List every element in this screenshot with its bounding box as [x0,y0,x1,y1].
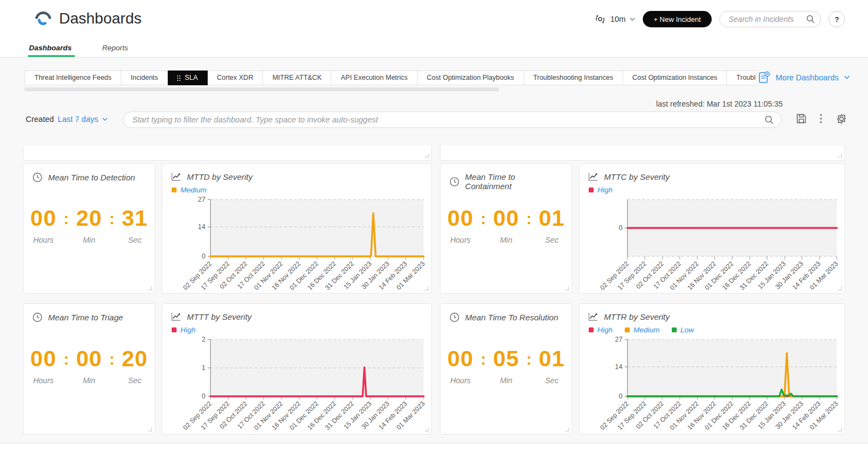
widget-resize-handle[interactable] [565,286,569,290]
legend-label: Low [681,326,694,334]
dashboard-tab-cost-optimization-instances[interactable]: Cost Optimization Instances [623,71,728,85]
timer-seconds-label: Sec [546,236,559,244]
search-icon[interactable] [765,115,774,125]
widget-mean-time-to-resolution: Mean Time To Resolution00Hours:05Min:01S… [440,303,572,435]
legend-swatch [172,327,177,332]
incident-search [719,11,821,27]
legend-label: Medium [634,326,660,334]
widget-mean-time-to-detection: Mean Time to Detection00Hours:20Min:31Se… [23,163,155,294]
refresh-interval-value[interactable]: 10m [610,15,625,24]
settings-gear-icon[interactable] [836,113,847,125]
created-filter-label: Created [26,115,54,124]
dashboard-tab-label: MITRE ATT&CK [272,71,321,85]
legend-item-high[interactable]: High [589,186,613,194]
widget-resize-handle[interactable] [425,154,429,157]
more-dashboards-label[interactable]: More Dashboards [776,73,838,82]
dashboard-tab-label: Cortex XDR [217,71,254,85]
dashboard-filter-input[interactable] [123,112,782,128]
line-chart: 01202 Sep 202217 Sep 202202 Oct 202217 O… [167,336,427,435]
nav-tab-dashboards[interactable]: Dashboards [29,44,72,57]
widget-resize-handle[interactable] [838,427,842,431]
widget-mttd-by-severity: MTTD by SeverityMedium0142702 Sep 202217… [162,163,432,294]
auto-refresh-dropdown[interactable]: 10m [594,13,635,25]
legend-item-high[interactable]: High [172,326,196,334]
svg-text:0: 0 [619,392,623,400]
timer-minutes-label: Min [83,236,96,244]
dashboard-tab-sla[interactable]: SLA [168,71,208,85]
dashboard-tab-label: Troubleshooting Instances [533,71,613,85]
legend-item-low[interactable]: Low [672,326,694,334]
timer-seconds-label: Sec [128,376,142,385]
widget-mttt-by-severity: MTTT by SeverityHigh01202 Sep 202217 Sep… [162,303,432,435]
tab-strip-scrollbar[interactable] [25,87,499,91]
legend-item-medium[interactable]: Medium [172,186,207,194]
dashboard-tab-incidents[interactable]: Incidents [121,71,168,85]
new-incident-button[interactable]: + New Incident [643,11,712,27]
svg-text:27: 27 [615,336,623,343]
drag-handle-icon [177,75,180,81]
widget-resize-handle[interactable] [148,427,152,431]
timer-separator: : [480,209,486,228]
widget-resize-handle[interactable] [148,286,152,290]
widget-resize-handle[interactable] [838,154,842,157]
widget-mttr-by-severity: MTTR by SeverityHighMediumLow0142702 Sep… [579,303,845,435]
timer-display: 00Hours:20Min:31Sec [24,207,155,244]
dashboard-filter [123,112,782,128]
widget-title: Mean Time to Containment [465,172,563,191]
timer-seconds: 31 [122,207,148,230]
dashboard-tab-troubleshooting-playbo[interactable]: Troubleshooting Playbo [727,71,755,85]
dashboard-tab-cortex-xdr[interactable]: Cortex XDR [208,71,263,85]
auto-refresh-icon[interactable] [594,13,606,25]
legend-label: Medium [180,186,207,194]
timer-separator: : [526,209,532,228]
dashboard-tab-api-execution-metrics[interactable]: API Execution Metrics [331,71,417,85]
widget-title: Mean Time To Resolution [465,313,558,322]
dashboard-tab-label: SLA [185,71,198,85]
search-icon[interactable] [806,15,815,24]
timer-display: 00Hours:05Min:01Sec [441,348,572,385]
widget-title: MTTC by Severity [604,172,670,181]
svg-text:1: 1 [202,364,206,372]
timer-minutes: 00 [76,348,102,370]
line-chart: 002 Sep 202217 Sep 202202 Oct 202217 Oct… [584,196,840,295]
dashboard-tab-mitre-att-ck[interactable]: MITRE ATT&CK [263,71,331,85]
chevron-down-icon[interactable] [102,118,108,121]
legend-item-medium[interactable]: Medium [625,326,660,334]
widget-resize-handle[interactable] [838,286,842,290]
chevron-down-icon [630,17,635,21]
widget-resize-handle[interactable] [565,427,569,431]
svg-text:0: 0 [202,392,206,400]
widget-title: Mean Time to Detection [48,173,135,182]
dashboard-tab-cost-optimization-playbooks[interactable]: Cost Optimization Playbooks [418,71,524,85]
timer-seconds: 01 [539,207,565,230]
kebab-menu-icon[interactable] [819,113,823,124]
page-title: Dashboards [59,10,142,27]
app-header: Dashboards 10m + New Incident [0,0,868,57]
dashboard-report-icon[interactable] [759,71,770,84]
chart-legend: HighMediumLow [589,326,844,334]
timer-seconds: 01 [539,348,565,370]
save-icon[interactable] [796,113,807,124]
widget-resize-handle[interactable] [425,427,429,431]
legend-label: High [597,326,613,334]
clock-icon [32,312,43,323]
clock-icon [449,177,460,187]
timer-hours: 00 [31,348,57,370]
line-chart-icon [171,172,181,181]
legend-item-high[interactable]: High [589,326,613,334]
line-chart-icon [588,312,599,321]
dashboard-tab-troubleshooting-instances[interactable]: Troubleshooting Instances [524,71,623,85]
timer-minutes: 20 [76,207,102,230]
dashboard-main: Threat Intelligence FeedsIncidentsSLACor… [0,57,868,443]
nav-tab-reports[interactable]: Reports [102,44,128,57]
dashboard-page: Dashboards 10m + New Incident [0,0,868,457]
svg-text:0: 0 [202,253,206,260]
dashboard-tab-threat-intelligence-feeds[interactable]: Threat Intelligence Feeds [25,71,121,85]
primary-nav-tabs: DashboardsReports [29,44,128,57]
timer-separator: : [63,209,69,228]
help-button[interactable]: ? [829,11,845,27]
more-dashboards[interactable]: More Dashboards [759,71,850,84]
created-filter-dropdown[interactable]: Last 7 days [58,115,98,124]
widget-resize-handle[interactable] [425,286,429,290]
legend-label: High [180,326,196,334]
